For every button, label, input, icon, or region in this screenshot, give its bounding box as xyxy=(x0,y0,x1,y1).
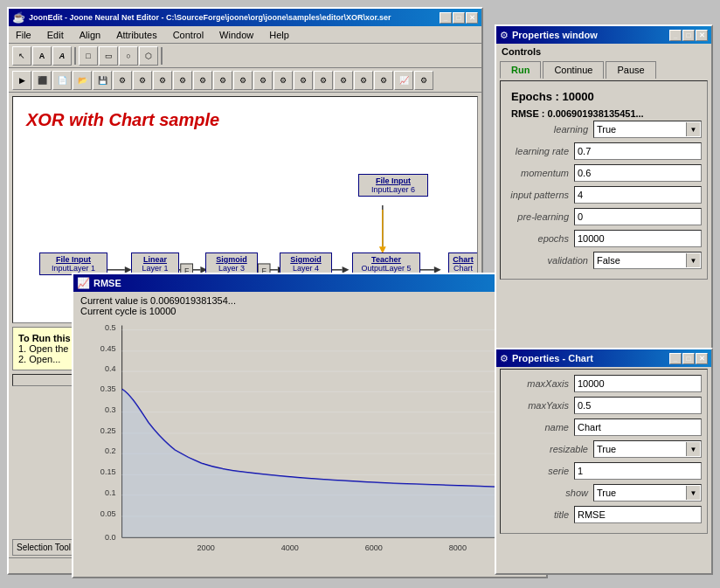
serie-input[interactable] xyxy=(574,462,702,480)
tab-continue[interactable]: Continue xyxy=(543,61,604,79)
show-select[interactable]: True ▼ xyxy=(593,484,702,502)
joone-icon: ☕ xyxy=(12,11,25,24)
svg-text:0.35: 0.35 xyxy=(100,384,116,393)
props-maximize-button[interactable]: □ xyxy=(682,30,695,41)
tool-chart[interactable]: 📈 xyxy=(394,71,413,90)
props-minimize-button[interactable]: _ xyxy=(669,30,682,41)
validation-dropdown-arrow[interactable]: ▼ xyxy=(686,253,700,267)
svg-text:0.4: 0.4 xyxy=(105,364,116,373)
menu-edit[interactable]: Edit xyxy=(44,29,67,41)
max-yaxis-input[interactable] xyxy=(574,397,702,414)
tool-b6[interactable]: ⚙ xyxy=(213,71,232,90)
epochs-label: epochs xyxy=(506,233,574,244)
validation-label: validation xyxy=(506,255,593,266)
props-tabs: Run Continue Pause xyxy=(496,59,711,79)
tool-b2[interactable]: ⚙ xyxy=(133,71,152,90)
tool-run[interactable]: ▶ xyxy=(12,71,31,90)
validation-select[interactable]: False ▼ xyxy=(593,252,702,269)
svg-text:0.5: 0.5 xyxy=(105,323,116,332)
close-button[interactable]: ✕ xyxy=(466,12,478,24)
tool-b14[interactable]: ⚙ xyxy=(374,71,393,90)
current-value-text: Current value is 0.0069019381354... xyxy=(80,295,539,306)
chart-name-row: name xyxy=(506,419,702,436)
menu-help[interactable]: Help xyxy=(266,29,293,41)
serie-row: serie xyxy=(506,462,702,480)
chart-props-close-button[interactable]: ✕ xyxy=(696,353,708,364)
tool-select[interactable]: ↖ xyxy=(12,46,31,66)
props-controls-label: Controls xyxy=(496,44,711,59)
learning-select[interactable]: True ▼ xyxy=(593,121,702,138)
tool-save[interactable]: 💾 xyxy=(93,71,112,90)
tool-b13[interactable]: ⚙ xyxy=(354,71,373,90)
tool-b12[interactable]: ⚙ xyxy=(334,71,353,90)
rmse-title-bar: 📈 RMSE _ □ ✕ xyxy=(73,274,546,292)
svg-text:6000: 6000 xyxy=(365,543,383,552)
tool-b5[interactable]: ⚙ xyxy=(193,71,212,90)
resizable-dropdown-arrow[interactable]: ▼ xyxy=(686,442,700,456)
chart-props-maximize-button[interactable]: □ xyxy=(682,353,695,364)
tool-b11[interactable]: ⚙ xyxy=(314,71,333,90)
chart-properties-window: ⚙ Properties - Chart _ □ ✕ maxXaxis maxY… xyxy=(495,348,713,575)
tool-b15[interactable]: ⚙ xyxy=(414,71,433,90)
toolbar-row-1: ↖ A A □ ▭ ○ ⬡ xyxy=(9,44,481,68)
props-close-button[interactable]: ✕ xyxy=(696,30,708,41)
tool-b7[interactable]: ⚙ xyxy=(233,71,253,90)
canvas-title: XOR with Chart sample xyxy=(26,110,219,130)
momentum-input[interactable] xyxy=(574,164,702,182)
learning-rate-input[interactable] xyxy=(574,142,702,160)
svg-text:0.2: 0.2 xyxy=(105,446,116,455)
learning-dropdown-arrow[interactable]: ▼ xyxy=(686,122,700,136)
properties-window: ⚙ Properties window _ □ ✕ Controls Run C… xyxy=(495,24,713,365)
input-patterns-input[interactable] xyxy=(574,186,702,204)
tool-b4[interactable]: ⚙ xyxy=(173,71,192,90)
show-label: show xyxy=(506,488,593,498)
tool-rounded-rect[interactable]: ▭ xyxy=(99,46,118,66)
tool-open[interactable]: 📂 xyxy=(73,71,92,90)
menu-align[interactable]: Align xyxy=(76,29,104,41)
tool-stop[interactable]: ⬛ xyxy=(32,71,52,90)
props-window-controls: _ □ ✕ xyxy=(669,30,708,41)
svg-text:0.45: 0.45 xyxy=(100,344,116,353)
chart-name-label: name xyxy=(506,422,574,432)
svg-text:0.25: 0.25 xyxy=(100,426,116,435)
chart-props-minimize-button[interactable]: _ xyxy=(669,353,682,364)
pre-learning-row: pre-learning xyxy=(506,208,702,225)
tool-rect[interactable]: □ xyxy=(79,46,98,66)
learning-value: True xyxy=(595,124,686,135)
tab-pause[interactable]: Pause xyxy=(606,61,655,79)
props-content: Epochs : 10000 RMSE : 0.006901938135451.… xyxy=(500,80,708,280)
tool-text[interactable]: A xyxy=(32,46,52,66)
menu-window[interactable]: Window xyxy=(216,29,257,41)
momentum-row: momentum xyxy=(506,164,702,182)
resizable-select[interactable]: True ▼ xyxy=(593,440,702,458)
tool-b8[interactable]: ⚙ xyxy=(253,71,273,90)
tool-new[interactable]: 📄 xyxy=(52,71,72,90)
chart-props-icon: ⚙ xyxy=(500,353,509,364)
resizable-row: resizable True ▼ xyxy=(506,440,702,458)
menu-attributes[interactable]: Attributes xyxy=(113,29,160,41)
tool-text2[interactable]: A xyxy=(52,46,72,66)
svg-text:0.1: 0.1 xyxy=(105,488,116,497)
menu-file[interactable]: File xyxy=(12,29,35,41)
tool-b9[interactable]: ⚙ xyxy=(273,71,293,90)
chart-title-input[interactable] xyxy=(574,506,702,523)
tool-b3[interactable]: ⚙ xyxy=(153,71,172,90)
max-yaxis-row: maxYaxis xyxy=(506,397,702,414)
tool-poly[interactable]: ⬡ xyxy=(139,46,158,66)
tool-b10[interactable]: ⚙ xyxy=(294,71,313,90)
max-xaxis-label: maxXaxis xyxy=(506,378,574,389)
menu-control[interactable]: Control xyxy=(170,29,207,41)
maximize-button[interactable]: □ xyxy=(453,12,465,24)
minimize-button[interactable]: _ xyxy=(440,12,452,24)
pre-learning-input[interactable] xyxy=(574,208,702,225)
epochs-input[interactable] xyxy=(574,230,702,247)
validation-row: validation False ▼ xyxy=(506,252,702,269)
node-fileinput6[interactable]: File Input InputLayer 6 xyxy=(358,174,428,197)
show-dropdown-arrow[interactable]: ▼ xyxy=(686,486,700,500)
max-xaxis-input[interactable] xyxy=(574,375,702,392)
chart-name-input[interactable] xyxy=(574,419,702,436)
tool-ellipse[interactable]: ○ xyxy=(119,46,138,66)
tool-b1[interactable]: ⚙ xyxy=(113,71,132,90)
tab-run[interactable]: Run xyxy=(500,61,541,79)
svg-text:0.15: 0.15 xyxy=(100,467,116,476)
